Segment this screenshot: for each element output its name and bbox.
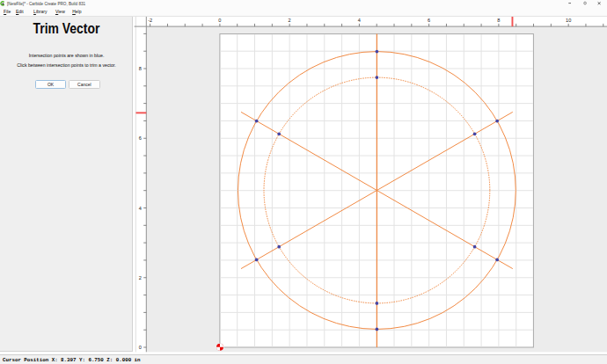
svg-text:4: 4 bbox=[139, 206, 142, 211]
svg-text:6: 6 bbox=[428, 18, 430, 23]
svg-text:10: 10 bbox=[566, 18, 571, 23]
svg-text:0: 0 bbox=[218, 18, 221, 23]
svg-text:0: 0 bbox=[139, 345, 142, 350]
svg-text:-2: -2 bbox=[148, 18, 152, 23]
svg-text:2: 2 bbox=[139, 275, 142, 280]
svg-text:8: 8 bbox=[497, 18, 500, 23]
svg-text:8: 8 bbox=[139, 66, 142, 71]
svg-text:6: 6 bbox=[139, 135, 142, 141]
svg-text:4: 4 bbox=[358, 18, 361, 23]
svg-text:2: 2 bbox=[289, 18, 291, 23]
